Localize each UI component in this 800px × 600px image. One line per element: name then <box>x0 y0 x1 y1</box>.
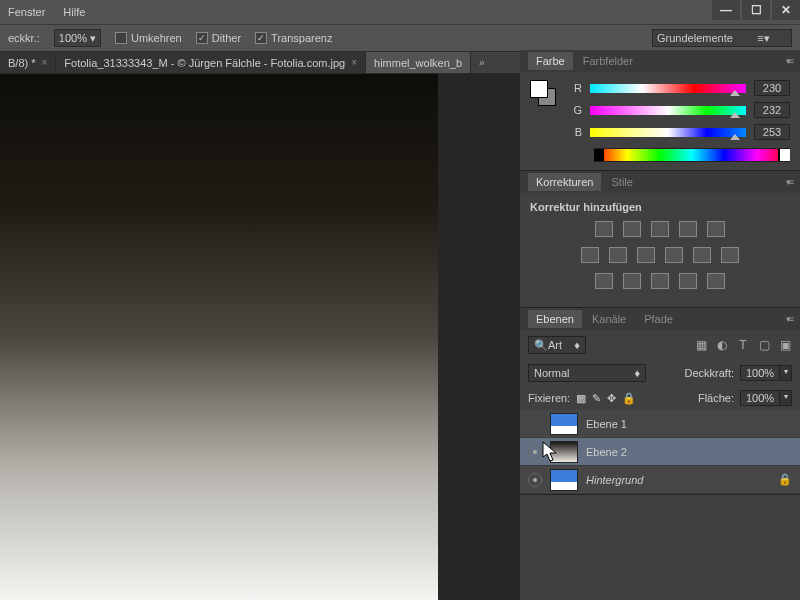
value-b[interactable]: 253 <box>754 124 790 140</box>
channel-b-label: B <box>570 126 582 138</box>
layer-name[interactable]: Ebene 1 <box>586 418 627 430</box>
vibrance-icon[interactable] <box>707 221 725 237</box>
window-maximize-button[interactable]: ☐ <box>742 0 770 20</box>
opacity-label: eckkr.: <box>8 32 40 44</box>
document-tab[interactable]: B/8) *× <box>0 52 56 73</box>
lock-label: Fixieren: <box>528 392 570 404</box>
tab-swatches[interactable]: Farbfelder <box>575 52 641 70</box>
foreground-swatch[interactable] <box>530 80 548 98</box>
canvas-area <box>0 74 520 600</box>
invert-icon[interactable] <box>595 273 613 289</box>
posterize-icon[interactable] <box>623 273 641 289</box>
dither-checkbox[interactable]: ✓Dither <box>196 32 241 44</box>
layer-row[interactable]: Ebene 2 <box>520 438 800 466</box>
layer-row[interactable]: Ebene 1 <box>520 410 800 438</box>
lock-icon: 🔒 <box>778 473 792 486</box>
opacity-combo[interactable]: 100% ▾ <box>54 29 101 47</box>
document-tab[interactable]: Fotolia_31333343_M - © Jürgen Fälchle - … <box>56 52 366 73</box>
layer-thumbnail[interactable] <box>550 413 578 435</box>
fill-label: Fläche: <box>698 392 734 404</box>
lock-position-icon[interactable]: ✥ <box>607 392 616 405</box>
tab-adjustments[interactable]: Korrekturen <box>528 173 601 191</box>
balance-icon[interactable] <box>609 247 627 263</box>
levels-icon[interactable] <box>623 221 641 237</box>
tab-color[interactable]: Farbe <box>528 52 573 70</box>
visibility-toggle[interactable] <box>528 445 542 459</box>
channel-r-label: R <box>570 82 582 94</box>
tab-styles[interactable]: Stile <box>603 173 640 191</box>
channel-mixer-icon[interactable] <box>693 247 711 263</box>
document-tab[interactable]: himmel_wolken_b <box>366 52 471 73</box>
layer-row[interactable]: Hintergrund 🔒 <box>520 466 800 494</box>
canvas[interactable] <box>0 74 438 600</box>
filter-adjust-icon[interactable]: ◐ <box>715 338 729 352</box>
panel-menu-icon[interactable]: ▾≡ <box>786 314 792 324</box>
slider-r[interactable] <box>590 84 746 93</box>
transparency-checkbox[interactable]: ✓Transparenz <box>255 32 332 44</box>
bw-icon[interactable] <box>637 247 655 263</box>
hue-icon[interactable] <box>581 247 599 263</box>
blend-mode-dropdown[interactable]: Normal♦ <box>528 364 646 382</box>
layer-name[interactable]: Ebene 2 <box>586 446 627 458</box>
tab-overflow[interactable]: » <box>471 52 493 73</box>
add-adjustment-label: Korrektur hinzufügen <box>530 201 790 213</box>
channel-g-label: G <box>570 104 582 116</box>
threshold-icon[interactable] <box>651 273 669 289</box>
layer-fill-value[interactable]: 100% <box>740 390 780 406</box>
panel-menu-icon[interactable]: ▾≡ <box>786 56 792 66</box>
layer-thumbnail[interactable] <box>550 469 578 491</box>
window-minimize-button[interactable]: — <box>712 0 740 20</box>
layer-thumbnail[interactable] <box>550 441 578 463</box>
selective-color-icon[interactable] <box>707 273 725 289</box>
tab-layers[interactable]: Ebenen <box>528 310 582 328</box>
reverse-checkbox[interactable]: Umkehren <box>115 32 182 44</box>
layer-opacity-value[interactable]: 100% <box>740 365 780 381</box>
color-spectrum[interactable] <box>594 148 790 162</box>
close-icon[interactable]: × <box>351 57 357 68</box>
value-g[interactable]: 232 <box>754 102 790 118</box>
menu-item[interactable]: Hilfe <box>63 6 85 18</box>
filter-pixel-icon[interactable]: ▦ <box>694 338 708 352</box>
lock-paint-icon[interactable]: ✎ <box>592 392 601 405</box>
slider-g[interactable] <box>590 106 746 115</box>
opacity-label: Deckkraft: <box>684 367 734 379</box>
filter-smart-icon[interactable]: ▣ <box>778 338 792 352</box>
tab-paths[interactable]: Pfade <box>636 310 681 328</box>
photo-filter-icon[interactable] <box>665 247 683 263</box>
curves-icon[interactable] <box>651 221 669 237</box>
filter-type-icon[interactable]: T <box>736 338 750 352</box>
tab-channels[interactable]: Kanäle <box>584 310 634 328</box>
workspace-switcher[interactable]: Grundelemente ≡▾ <box>652 29 792 47</box>
lock-transparent-icon[interactable]: ▩ <box>576 392 586 405</box>
visibility-toggle[interactable] <box>528 417 542 431</box>
value-r[interactable]: 230 <box>754 80 790 96</box>
filter-shape-icon[interactable]: ▢ <box>757 338 771 352</box>
visibility-toggle[interactable] <box>528 473 542 487</box>
lut-icon[interactable] <box>721 247 739 263</box>
panel-menu-icon[interactable]: ▾≡ <box>786 177 792 187</box>
gradient-map-icon[interactable] <box>679 273 697 289</box>
layer-kind-filter[interactable]: 🔍 Art ♦ <box>528 336 586 354</box>
slider-b[interactable] <box>590 128 746 137</box>
dropdown-arrow-icon[interactable]: ▾ <box>780 365 792 381</box>
layer-name[interactable]: Hintergrund <box>586 474 643 486</box>
exposure-icon[interactable] <box>679 221 697 237</box>
dropdown-arrow-icon[interactable]: ▾ <box>780 390 792 406</box>
color-swatches[interactable] <box>530 80 556 106</box>
close-icon[interactable]: × <box>42 57 48 68</box>
menu-item[interactable]: Fenster <box>8 6 45 18</box>
brightness-icon[interactable] <box>595 221 613 237</box>
window-close-button[interactable]: ✕ <box>772 0 800 20</box>
lock-all-icon[interactable]: 🔒 <box>622 392 636 405</box>
